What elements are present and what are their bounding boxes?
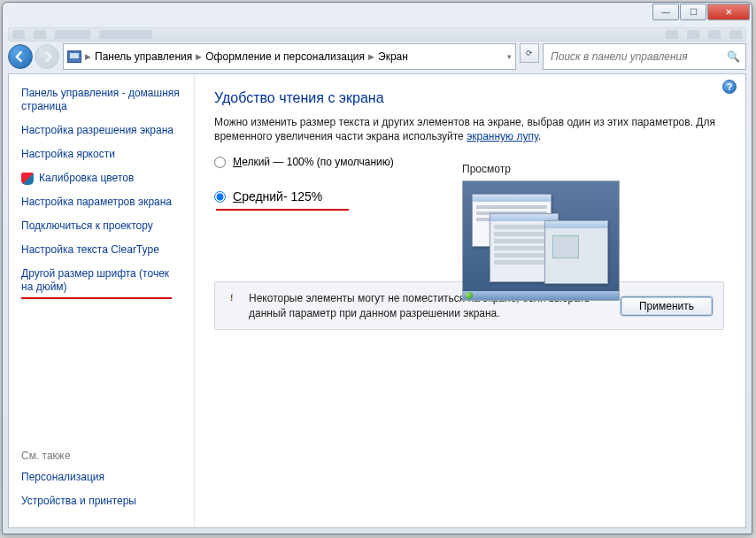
address-bar: ▶ Панель управления ▶ Оформление и персо…	[8, 43, 746, 70]
radio-small[interactable]	[214, 157, 226, 168]
close-button[interactable]: ✕	[707, 4, 750, 20]
breadcrumb-item[interactable]: Экран	[378, 50, 408, 63]
main-panel: Удобство чтения с экрана Можно изменить …	[195, 74, 745, 527]
forward-button[interactable]	[35, 44, 59, 69]
magnifier-link[interactable]: экранную лупу	[467, 130, 538, 142]
see-also-devices-printers[interactable]: Устройства и принтеры	[21, 495, 183, 508]
radio-medium-label: Средний- 125%	[233, 189, 322, 204]
maximize-button[interactable]: ☐	[680, 4, 706, 20]
refresh-button[interactable]: ⟳	[520, 43, 539, 63]
window-controls: — ☐ ✕	[652, 4, 750, 20]
page-description: Можно изменить размер текста и других эл…	[214, 115, 724, 143]
red-underline-annotation	[216, 209, 349, 211]
preview-thumbnail	[462, 181, 620, 301]
sidebar-link-brightness[interactable]: Настройка яркости	[21, 148, 183, 161]
control-panel-icon	[67, 50, 81, 63]
arrow-right-icon	[41, 50, 53, 63]
minimize-button[interactable]: —	[652, 4, 679, 20]
search-box[interactable]: 🔍	[543, 43, 746, 70]
see-also-label: См. также	[21, 450, 183, 462]
search-icon[interactable]: 🔍	[727, 50, 740, 63]
see-also-personalization[interactable]: Персонализация	[21, 471, 183, 484]
sidebar: Панель управления - домашняя страница На…	[9, 74, 195, 527]
ribbon-blur-strip	[8, 27, 746, 42]
search-input[interactable]	[549, 50, 727, 64]
red-underline-annotation	[21, 297, 172, 299]
back-button[interactable]	[8, 44, 33, 69]
preview-window-icon	[544, 220, 608, 284]
page-heading: Удобство чтения с экрана	[214, 90, 724, 106]
preview-block: Просмотр	[462, 163, 719, 301]
titlebar: — ☐ ✕	[3, 3, 752, 27]
control-panel-window: — ☐ ✕ ▶ Панель управления ▶ Оформление и…	[2, 2, 752, 534]
sidebar-links: Панель управления - домашняя страница На…	[21, 87, 183, 308]
breadcrumb[interactable]: ▶ Панель управления ▶ Оформление и персо…	[63, 43, 516, 70]
warning-icon	[226, 292, 240, 304]
sidebar-home-link[interactable]: Панель управления - домашняя страница	[21, 87, 183, 113]
chevron-down-icon[interactable]: ▾	[507, 52, 512, 61]
preview-taskbar-icon	[463, 291, 619, 300]
sidebar-see-also: См. также Персонализация Устройства и пр…	[21, 450, 183, 519]
preview-label: Просмотр	[462, 163, 719, 175]
content-area: ? Панель управления - домашняя страница …	[8, 73, 746, 528]
sidebar-link-display-settings[interactable]: Настройка параметров экрана	[21, 196, 183, 209]
chevron-right-icon: ▶	[196, 52, 202, 61]
breadcrumb-item[interactable]: Панель управления	[95, 50, 192, 63]
chevron-right-icon: ▶	[85, 52, 91, 61]
sidebar-link-custom-dpi[interactable]: Другой размер шрифта (точек на дюйм)	[21, 267, 183, 294]
shield-icon	[21, 173, 34, 185]
sidebar-link-calibrate-colors[interactable]: Калибровка цветов	[39, 172, 134, 185]
nav-buttons	[8, 43, 59, 70]
arrow-left-icon	[14, 50, 27, 63]
radio-medium[interactable]	[214, 191, 226, 203]
sidebar-link-resolution[interactable]: Настройка разрешения экрана	[21, 124, 183, 137]
sidebar-link-projector[interactable]: Подключиться к проектору	[21, 219, 183, 233]
breadcrumb-item[interactable]: Оформление и персонализация	[205, 50, 365, 63]
refresh-icon: ⟳	[526, 49, 533, 58]
sidebar-link-cleartype[interactable]: Настройка текста ClearType	[21, 243, 183, 257]
chevron-right-icon: ▶	[368, 52, 374, 61]
radio-small-label: Мелкий — 100% (по умолчанию)	[233, 156, 394, 168]
